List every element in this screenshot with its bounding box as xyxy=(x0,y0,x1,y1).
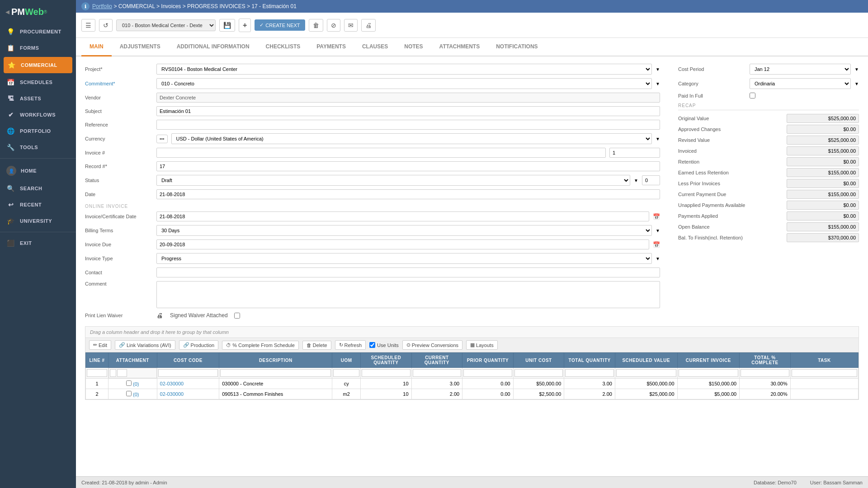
comment-textarea[interactable] xyxy=(156,281,660,308)
invoice-type-select[interactable]: Progress xyxy=(156,253,652,264)
tab-additional[interactable]: ADDITIONAL INFORMATION xyxy=(169,38,258,56)
add-btn[interactable]: + xyxy=(239,19,251,32)
filter-uom[interactable] xyxy=(333,369,359,377)
menu-icon-btn[interactable]: ☰ xyxy=(81,19,95,32)
currency-dots-btn[interactable]: ••• xyxy=(156,135,168,143)
project-select[interactable]: 010 - Boston Medical Center - Dexte xyxy=(116,19,216,31)
filter-total-qty[interactable] xyxy=(565,369,614,377)
tabs: MAIN ADJUSTMENTS ADDITIONAL INFORMATION … xyxy=(76,38,868,56)
sidebar-item-assets[interactable]: 🏗 ASSETS xyxy=(0,90,76,107)
tab-clauses[interactable]: CLAUSES xyxy=(354,38,396,56)
grid-link-variations-btn[interactable]: 🔗 Link Variations (AVI) xyxy=(115,340,175,350)
currency-select[interactable]: USD - Dollar (United States of America) xyxy=(171,133,652,144)
grid-delete-btn[interactable]: 🗑 Delete xyxy=(302,341,331,350)
date-input[interactable] xyxy=(156,189,660,199)
sidebar-divider xyxy=(0,158,76,159)
filter-cost-code[interactable] xyxy=(158,369,218,377)
paid-in-full-checkbox[interactable] xyxy=(750,93,755,99)
filter-sched-value[interactable] xyxy=(616,369,676,377)
grid-pct-complete-btn[interactable]: ⏱ % Complete From Schedule xyxy=(222,341,299,350)
back-arrow-icon[interactable]: ◂ xyxy=(5,7,9,17)
filter-attach-1[interactable] xyxy=(110,369,116,377)
original-value-row: Original Value $525,000.00 xyxy=(678,114,859,123)
invoice-suffix-input[interactable] xyxy=(609,148,660,158)
email-btn[interactable]: ✉ xyxy=(344,19,358,32)
row1-checkbox[interactable] xyxy=(126,380,132,386)
history-btn[interactable]: ↺ xyxy=(99,19,113,32)
invoice-due-calendar-icon[interactable]: 📅 xyxy=(653,241,660,248)
filter-attach-2[interactable] xyxy=(117,369,127,377)
info-icon[interactable]: ℹ xyxy=(81,2,90,10)
recap-section: RECAP Original Value $525,000.00 Approve… xyxy=(678,103,859,242)
sidebar-item-commercial[interactable]: ⭐ COMMERCIAL xyxy=(4,57,72,73)
sidebar-item-home[interactable]: 👤 HOME xyxy=(0,161,76,180)
filter-line[interactable] xyxy=(87,369,107,377)
reference-label: Reference xyxy=(85,122,153,127)
status-num-input[interactable] xyxy=(642,175,660,185)
category-select[interactable]: Ordinaria xyxy=(750,78,851,89)
calendar-icon[interactable]: 📅 xyxy=(653,213,660,220)
invoice-input[interactable] xyxy=(156,148,606,158)
create-next-btn[interactable]: ✓ CREATE NEXT xyxy=(255,19,305,31)
subject-input[interactable] xyxy=(156,106,660,116)
signed-waiver-checkbox[interactable] xyxy=(234,313,240,319)
commercial-icon: ⭐ xyxy=(7,61,16,69)
breadcrumb-portfolio[interactable]: Portfolio xyxy=(92,3,112,9)
filter-total-pct[interactable] xyxy=(741,369,789,377)
grid-edit-btn[interactable]: ✏ Edit xyxy=(89,340,111,350)
tab-notifications[interactable]: NOTIFICATIONS xyxy=(488,38,546,56)
tab-checklists[interactable]: CHECKLISTS xyxy=(258,38,309,56)
col-total-qty: TOTAL QUANTITY xyxy=(564,353,615,368)
cell-cost-code-2[interactable]: 02-030000 xyxy=(157,389,219,399)
cell-description-2: 090513 - Common Finishes xyxy=(219,389,332,399)
filter-current-invoice[interactable] xyxy=(679,369,739,377)
cell-cost-code-1[interactable]: 02-030000 xyxy=(157,379,219,389)
sidebar-item-tools[interactable]: 🔧 TOOLS xyxy=(0,139,76,155)
delete-btn[interactable]: 🗑 xyxy=(309,19,323,32)
sidebar-item-forms[interactable]: 📋 FORMS xyxy=(0,40,76,56)
tab-adjustments[interactable]: ADJUSTMENTS xyxy=(112,38,169,56)
sidebar-item-recent[interactable]: ↩ RECENT xyxy=(0,197,76,213)
filter-current-qty[interactable] xyxy=(413,369,462,377)
print-btn[interactable]: 🖨 xyxy=(361,19,376,32)
commitment-select[interactable]: 010 - Concreto xyxy=(156,78,652,89)
commitment-link[interactable]: Commitment* xyxy=(85,81,115,86)
sidebar-item-search[interactable]: 🔍 SEARCH xyxy=(0,180,76,197)
invoice-type-row: Invoice Type Progress ▼ xyxy=(85,253,660,264)
sidebar-item-university[interactable]: 🎓 UNIVERSITY xyxy=(0,213,76,229)
sidebar-item-portfolio[interactable]: 🌐 PORTFOLIO xyxy=(0,123,76,139)
filter-description[interactable] xyxy=(220,369,331,377)
row2-checkbox[interactable] xyxy=(126,391,132,396)
filter-unit-cost[interactable] xyxy=(514,369,563,377)
tab-main[interactable]: MAIN xyxy=(81,38,112,56)
contact-input[interactable] xyxy=(156,267,660,277)
grid-production-btn[interactable]: 🔗 Production xyxy=(179,340,219,350)
project-select-field[interactable]: RVS0104 - Boston Medical Center xyxy=(156,64,652,75)
sidebar-item-exit[interactable]: ⬛ EXIT xyxy=(0,235,76,251)
save-btn[interactable]: 💾 xyxy=(219,19,235,32)
invoice-due-input[interactable] xyxy=(156,239,649,249)
void-btn[interactable]: ⊘ xyxy=(327,19,340,32)
sidebar-item-label: HOME xyxy=(21,168,37,174)
filter-task[interactable] xyxy=(792,369,857,377)
record-input[interactable] xyxy=(156,161,660,171)
tab-notes[interactable]: NOTES xyxy=(396,38,431,56)
vendor-input[interactable] xyxy=(156,93,660,103)
grid-layouts-btn[interactable]: ▦ Layouts xyxy=(466,340,498,350)
billing-terms-select[interactable]: 30 Days xyxy=(156,225,652,236)
sidebar-item-schedules[interactable]: 📅 SCHEDULES xyxy=(0,74,76,90)
cost-period-select[interactable]: Jan 12 xyxy=(750,64,851,75)
grid-preview-btn[interactable]: ⊙ Preview Conversions xyxy=(402,340,462,350)
sidebar-item-procurement[interactable]: 💡 PROCUREMENT xyxy=(0,23,76,40)
grid-refresh-btn[interactable]: ↻ Refresh xyxy=(335,340,366,350)
invoice-cert-date-input[interactable] xyxy=(156,211,649,221)
filter-sched-qty[interactable] xyxy=(362,369,410,377)
tab-payments[interactable]: PAYMENTS xyxy=(308,38,354,56)
status-select[interactable]: Draft xyxy=(156,175,630,186)
reference-input[interactable] xyxy=(156,120,660,130)
filter-prior-qty[interactable] xyxy=(463,369,512,377)
tab-attachments[interactable]: ATTACHMENTS xyxy=(431,38,488,56)
sidebar-item-workflows[interactable]: ✔ WORKFLOWS xyxy=(0,107,76,123)
print-icon[interactable]: 🖨 xyxy=(156,312,163,319)
use-units-checkbox[interactable] xyxy=(369,342,375,348)
